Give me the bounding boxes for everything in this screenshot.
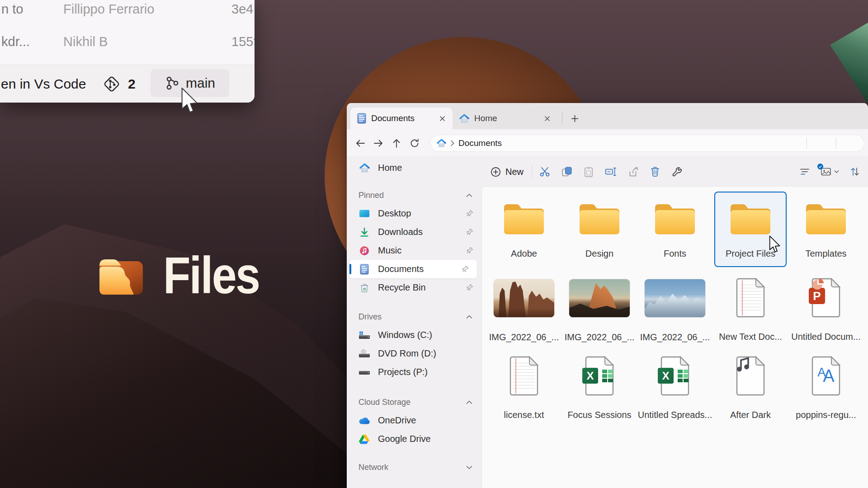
file-item-image[interactable]: IMG_2022_06_... (639, 272, 711, 347)
filter-icon[interactable] (800, 168, 810, 176)
sidebar-item-documents[interactable]: Documents (349, 260, 477, 278)
file-item-text-document[interactable]: license.txt (488, 352, 560, 424)
file-item-folder-templates[interactable]: Templates (790, 192, 862, 267)
file-name: New Text Doc... (719, 332, 782, 342)
sidebar-item-google-drive[interactable]: Google Drive (347, 430, 481, 448)
sidebar-section-network[interactable]: Network (347, 458, 481, 476)
close-tab-icon[interactable] (436, 113, 448, 124)
file-item-font[interactable]: AA poppins-regu... (790, 352, 862, 424)
sidebar-item-home[interactable]: Home (347, 159, 481, 177)
file-name: Untitled Spreads... (638, 410, 712, 420)
photo-thumbnail-desert (494, 279, 554, 317)
view-options-button[interactable] (821, 167, 839, 176)
up-button[interactable] (387, 134, 406, 152)
file-item-folder-fonts[interactable]: Fonts (639, 192, 711, 267)
chevron-up-icon[interactable] (466, 315, 472, 319)
sidebar-item-onedrive[interactable]: OneDrive (347, 411, 481, 430)
file-grid: Adobe Design (488, 192, 868, 424)
files-app-window: Documents Home (347, 103, 868, 488)
file-item-excel[interactable]: X Untitled Spreads... (639, 352, 711, 424)
rename-button[interactable] (605, 167, 617, 177)
text-document-icon (736, 277, 765, 318)
onedrive-icon (359, 417, 370, 425)
music-icon (359, 246, 370, 256)
file-item-folder-design[interactable]: Design (563, 192, 636, 267)
chevron-up-icon[interactable] (466, 193, 472, 197)
file-name: Design (585, 249, 613, 259)
tab-home[interactable]: Home (453, 108, 557, 129)
sidebar-item-music[interactable]: Music (347, 241, 481, 260)
sidebar-item-dvd-d[interactable]: DVD Rom (D:) (347, 344, 481, 363)
excel-badge: X (582, 368, 598, 384)
properties-button[interactable] (671, 166, 682, 177)
file-item-text-document[interactable]: New Text Doc... (714, 272, 787, 347)
commit-hash: 155f (231, 32, 255, 52)
commit-row[interactable]: kdr... Nikhil B 155f (0, 32, 255, 52)
plus-icon (571, 115, 579, 122)
back-button[interactable] (351, 134, 369, 152)
sidebar-item-projects-p[interactable]: Projects (P:) (347, 363, 481, 381)
pin-icon[interactable] (466, 210, 473, 217)
close-tab-icon[interactable] (541, 113, 553, 124)
sidebar-item-recycle-bin[interactable]: ♻ Recycle Bin (347, 278, 481, 297)
pie-chart-icon (811, 277, 825, 291)
file-name: license.txt (504, 410, 544, 420)
file-item-folder-project-files-selected[interactable]: Project Files (714, 192, 787, 267)
file-item-audio[interactable]: After Dark (714, 352, 787, 424)
cut-button[interactable] (539, 167, 550, 177)
file-item-excel[interactable]: X Focus Sessions (563, 352, 636, 424)
new-tab-button[interactable] (567, 111, 582, 126)
share-button[interactable] (628, 166, 639, 177)
downloads-icon (359, 227, 370, 237)
documents-icon (359, 264, 370, 275)
commit-message-fragment: kdr... (1, 32, 30, 52)
paste-button[interactable] (584, 166, 594, 177)
new-button[interactable]: New (491, 167, 524, 177)
google-drive-icon (359, 434, 370, 444)
sidebar-item-label: Home (378, 163, 402, 173)
svg-text:♻: ♻ (363, 286, 366, 291)
sort-icon[interactable] (850, 167, 860, 177)
files-folder-logo-icon (97, 255, 145, 296)
photo-thumbnail-snowy-mountains (645, 279, 705, 317)
file-list-pane: Adobe Design (481, 186, 868, 488)
pin-icon[interactable] (461, 265, 469, 273)
chevron-up-icon[interactable] (466, 400, 472, 404)
file-name: Adobe (511, 249, 537, 259)
copy-button[interactable] (561, 166, 572, 177)
commit-row[interactable]: n to Fillippo Ferrario 3e4 (0, 0, 255, 19)
refresh-button[interactable] (406, 134, 424, 152)
pin-icon[interactable] (466, 228, 473, 236)
tab-label: Home (474, 113, 497, 123)
branch-button[interactable]: main (151, 69, 229, 97)
tab-bar: Documents Home (347, 103, 868, 129)
chevron-down-icon[interactable] (466, 465, 472, 469)
address-bar[interactable]: Documents (430, 135, 864, 152)
open-in-vscode-button[interactable]: en in Vs Code (1, 76, 86, 92)
excel-document-icon: X (585, 356, 614, 396)
sidebar-item-desktop[interactable]: Desktop (347, 204, 481, 223)
sidebar-item-downloads[interactable]: Downloads (347, 223, 481, 241)
photo-thumbnail-mountain-sunset (569, 279, 630, 317)
tab-documents[interactable]: Documents (350, 108, 453, 129)
sidebar-section-cloud-storage[interactable]: Cloud Storage (347, 393, 481, 411)
folder-icon (804, 202, 848, 236)
git-context-popup: n to Fillippo Ferrario 3e4 kdr... Nikhil… (0, 0, 255, 103)
sidebar-section-drives[interactable]: Drives (347, 308, 481, 326)
powerpoint-document-icon: P (811, 277, 841, 318)
file-item-image[interactable]: IMG_2022_06_... (563, 272, 636, 347)
pin-icon[interactable] (466, 247, 473, 254)
sidebar-item-windows-c[interactable]: Windows (C:) (347, 326, 481, 344)
sidebar-section-pinned[interactable]: Pinned (347, 186, 481, 204)
pin-icon[interactable] (466, 284, 473, 291)
file-item-folder-adobe[interactable]: Adobe (488, 192, 560, 267)
forward-button[interactable] (369, 134, 387, 152)
commit-count-group[interactable]: 2 (102, 75, 136, 94)
breadcrumb[interactable]: Documents (458, 138, 502, 148)
dvd-drive-icon (359, 349, 370, 358)
files-app-logo: Files (97, 249, 275, 301)
delete-button[interactable] (650, 166, 660, 177)
file-item-powerpoint[interactable]: P Untitled Docum... (790, 272, 862, 347)
text-document-icon (509, 356, 539, 396)
file-item-image[interactable]: IMG_2022_06_... (488, 272, 560, 347)
